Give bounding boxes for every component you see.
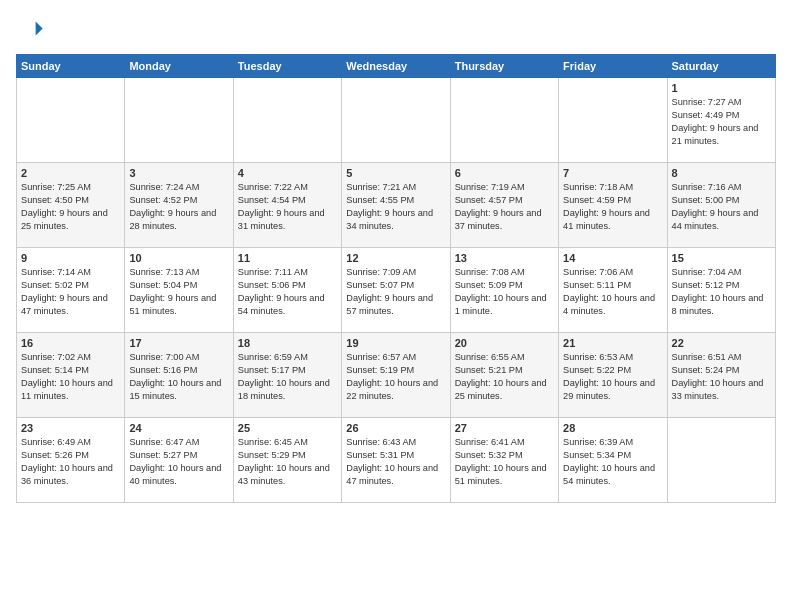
calendar-header: SundayMondayTuesdayWednesdayThursdayFrid… <box>17 55 776 78</box>
day-number: 22 <box>672 337 771 349</box>
calendar-cell: 15Sunrise: 7:04 AM Sunset: 5:12 PM Dayli… <box>667 248 775 333</box>
day-number: 6 <box>455 167 554 179</box>
day-number: 16 <box>21 337 120 349</box>
day-number: 1 <box>672 82 771 94</box>
day-info: Sunrise: 7:00 AM Sunset: 5:16 PM Dayligh… <box>129 351 228 403</box>
day-number: 26 <box>346 422 445 434</box>
day-info: Sunrise: 6:41 AM Sunset: 5:32 PM Dayligh… <box>455 436 554 488</box>
weekday-header-thursday: Thursday <box>450 55 558 78</box>
day-number: 10 <box>129 252 228 264</box>
day-number: 21 <box>563 337 662 349</box>
day-info: Sunrise: 7:22 AM Sunset: 4:54 PM Dayligh… <box>238 181 337 233</box>
page-header <box>16 16 776 44</box>
day-info: Sunrise: 7:14 AM Sunset: 5:02 PM Dayligh… <box>21 266 120 318</box>
weekday-header-saturday: Saturday <box>667 55 775 78</box>
calendar-week-row: 23Sunrise: 6:49 AM Sunset: 5:26 PM Dayli… <box>17 418 776 503</box>
calendar-cell: 7Sunrise: 7:18 AM Sunset: 4:59 PM Daylig… <box>559 163 667 248</box>
calendar-week-row: 16Sunrise: 7:02 AM Sunset: 5:14 PM Dayli… <box>17 333 776 418</box>
day-info: Sunrise: 7:06 AM Sunset: 5:11 PM Dayligh… <box>563 266 662 318</box>
calendar-table: SundayMondayTuesdayWednesdayThursdayFrid… <box>16 54 776 503</box>
day-info: Sunrise: 6:55 AM Sunset: 5:21 PM Dayligh… <box>455 351 554 403</box>
calendar-cell: 25Sunrise: 6:45 AM Sunset: 5:29 PM Dayli… <box>233 418 341 503</box>
calendar-cell: 1Sunrise: 7:27 AM Sunset: 4:49 PM Daylig… <box>667 78 775 163</box>
calendar-cell: 10Sunrise: 7:13 AM Sunset: 5:04 PM Dayli… <box>125 248 233 333</box>
day-number: 17 <box>129 337 228 349</box>
calendar-cell: 20Sunrise: 6:55 AM Sunset: 5:21 PM Dayli… <box>450 333 558 418</box>
weekday-header-tuesday: Tuesday <box>233 55 341 78</box>
svg-marker-0 <box>36 22 43 36</box>
calendar-cell: 12Sunrise: 7:09 AM Sunset: 5:07 PM Dayli… <box>342 248 450 333</box>
day-number: 4 <box>238 167 337 179</box>
calendar-cell: 16Sunrise: 7:02 AM Sunset: 5:14 PM Dayli… <box>17 333 125 418</box>
day-info: Sunrise: 7:21 AM Sunset: 4:55 PM Dayligh… <box>346 181 445 233</box>
calendar-cell: 9Sunrise: 7:14 AM Sunset: 5:02 PM Daylig… <box>17 248 125 333</box>
day-info: Sunrise: 6:39 AM Sunset: 5:34 PM Dayligh… <box>563 436 662 488</box>
logo-icon <box>16 16 44 44</box>
calendar-cell: 8Sunrise: 7:16 AM Sunset: 5:00 PM Daylig… <box>667 163 775 248</box>
calendar-cell: 26Sunrise: 6:43 AM Sunset: 5:31 PM Dayli… <box>342 418 450 503</box>
day-number: 12 <box>346 252 445 264</box>
calendar-week-row: 1Sunrise: 7:27 AM Sunset: 4:49 PM Daylig… <box>17 78 776 163</box>
day-number: 8 <box>672 167 771 179</box>
day-info: Sunrise: 7:09 AM Sunset: 5:07 PM Dayligh… <box>346 266 445 318</box>
day-info: Sunrise: 7:13 AM Sunset: 5:04 PM Dayligh… <box>129 266 228 318</box>
weekday-header-wednesday: Wednesday <box>342 55 450 78</box>
calendar-cell <box>342 78 450 163</box>
calendar-cell: 13Sunrise: 7:08 AM Sunset: 5:09 PM Dayli… <box>450 248 558 333</box>
calendar-cell <box>233 78 341 163</box>
weekday-header-friday: Friday <box>559 55 667 78</box>
calendar-cell <box>667 418 775 503</box>
day-number: 20 <box>455 337 554 349</box>
day-info: Sunrise: 7:11 AM Sunset: 5:06 PM Dayligh… <box>238 266 337 318</box>
logo <box>16 16 48 44</box>
weekday-header-sunday: Sunday <box>17 55 125 78</box>
day-number: 11 <box>238 252 337 264</box>
calendar-cell: 24Sunrise: 6:47 AM Sunset: 5:27 PM Dayli… <box>125 418 233 503</box>
weekday-header-monday: Monday <box>125 55 233 78</box>
calendar-cell: 3Sunrise: 7:24 AM Sunset: 4:52 PM Daylig… <box>125 163 233 248</box>
day-number: 13 <box>455 252 554 264</box>
day-info: Sunrise: 7:04 AM Sunset: 5:12 PM Dayligh… <box>672 266 771 318</box>
calendar-cell: 14Sunrise: 7:06 AM Sunset: 5:11 PM Dayli… <box>559 248 667 333</box>
calendar-cell: 4Sunrise: 7:22 AM Sunset: 4:54 PM Daylig… <box>233 163 341 248</box>
calendar-cell: 2Sunrise: 7:25 AM Sunset: 4:50 PM Daylig… <box>17 163 125 248</box>
calendar-cell <box>125 78 233 163</box>
day-info: Sunrise: 6:43 AM Sunset: 5:31 PM Dayligh… <box>346 436 445 488</box>
day-info: Sunrise: 6:47 AM Sunset: 5:27 PM Dayligh… <box>129 436 228 488</box>
day-number: 19 <box>346 337 445 349</box>
day-number: 7 <box>563 167 662 179</box>
calendar-cell: 22Sunrise: 6:51 AM Sunset: 5:24 PM Dayli… <box>667 333 775 418</box>
day-info: Sunrise: 6:53 AM Sunset: 5:22 PM Dayligh… <box>563 351 662 403</box>
day-number: 5 <box>346 167 445 179</box>
day-info: Sunrise: 7:08 AM Sunset: 5:09 PM Dayligh… <box>455 266 554 318</box>
calendar-cell: 21Sunrise: 6:53 AM Sunset: 5:22 PM Dayli… <box>559 333 667 418</box>
calendar-cell: 6Sunrise: 7:19 AM Sunset: 4:57 PM Daylig… <box>450 163 558 248</box>
calendar-cell: 18Sunrise: 6:59 AM Sunset: 5:17 PM Dayli… <box>233 333 341 418</box>
day-info: Sunrise: 7:25 AM Sunset: 4:50 PM Dayligh… <box>21 181 120 233</box>
calendar-week-row: 9Sunrise: 7:14 AM Sunset: 5:02 PM Daylig… <box>17 248 776 333</box>
day-info: Sunrise: 7:02 AM Sunset: 5:14 PM Dayligh… <box>21 351 120 403</box>
day-info: Sunrise: 7:19 AM Sunset: 4:57 PM Dayligh… <box>455 181 554 233</box>
calendar-cell: 5Sunrise: 7:21 AM Sunset: 4:55 PM Daylig… <box>342 163 450 248</box>
calendar-cell: 19Sunrise: 6:57 AM Sunset: 5:19 PM Dayli… <box>342 333 450 418</box>
calendar-week-row: 2Sunrise: 7:25 AM Sunset: 4:50 PM Daylig… <box>17 163 776 248</box>
calendar-cell <box>17 78 125 163</box>
day-number: 15 <box>672 252 771 264</box>
day-info: Sunrise: 7:18 AM Sunset: 4:59 PM Dayligh… <box>563 181 662 233</box>
day-info: Sunrise: 6:49 AM Sunset: 5:26 PM Dayligh… <box>21 436 120 488</box>
day-number: 14 <box>563 252 662 264</box>
calendar-cell: 17Sunrise: 7:00 AM Sunset: 5:16 PM Dayli… <box>125 333 233 418</box>
calendar-cell: 27Sunrise: 6:41 AM Sunset: 5:32 PM Dayli… <box>450 418 558 503</box>
day-number: 23 <box>21 422 120 434</box>
day-number: 28 <box>563 422 662 434</box>
day-number: 24 <box>129 422 228 434</box>
calendar-cell: 23Sunrise: 6:49 AM Sunset: 5:26 PM Dayli… <box>17 418 125 503</box>
day-info: Sunrise: 6:59 AM Sunset: 5:17 PM Dayligh… <box>238 351 337 403</box>
day-info: Sunrise: 7:16 AM Sunset: 5:00 PM Dayligh… <box>672 181 771 233</box>
day-info: Sunrise: 7:24 AM Sunset: 4:52 PM Dayligh… <box>129 181 228 233</box>
day-number: 3 <box>129 167 228 179</box>
day-info: Sunrise: 6:57 AM Sunset: 5:19 PM Dayligh… <box>346 351 445 403</box>
calendar-cell <box>450 78 558 163</box>
calendar-cell: 11Sunrise: 7:11 AM Sunset: 5:06 PM Dayli… <box>233 248 341 333</box>
calendar-cell <box>559 78 667 163</box>
